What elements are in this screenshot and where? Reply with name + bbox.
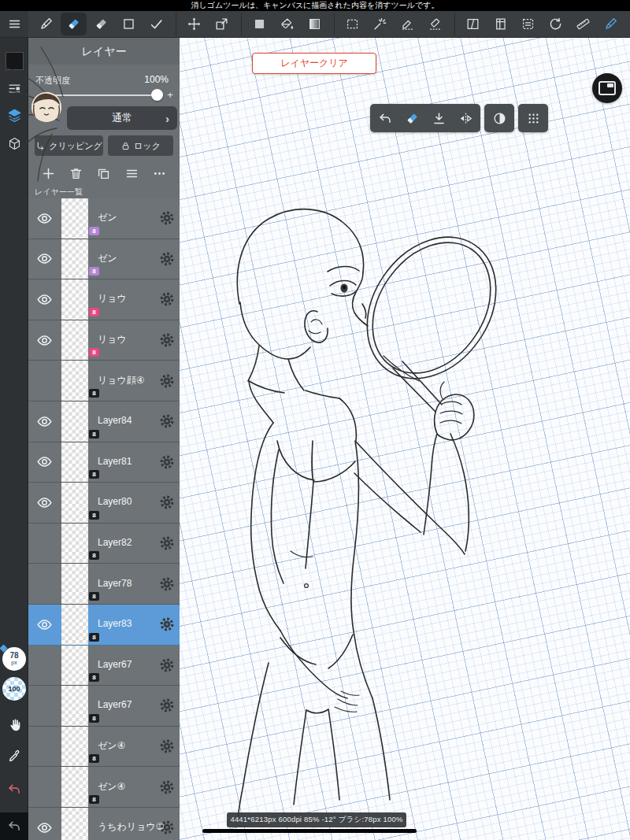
blend-mode-button[interactable]: 通常 ›	[67, 106, 177, 130]
layer-visibility-toggle[interactable]	[35, 209, 54, 228]
layer-settings-gear[interactable]	[158, 494, 176, 511]
layer-thumbnail[interactable]	[61, 808, 88, 840]
bucket-tool-button[interactable]	[274, 13, 300, 35]
layer-thumbnail[interactable]	[61, 320, 88, 361]
rotate-view-button[interactable]	[543, 13, 569, 35]
layer-clear-button[interactable]: レイヤークリア	[252, 53, 376, 74]
layer-settings-gear[interactable]	[158, 575, 176, 593]
layer-settings-gear[interactable]	[158, 453, 176, 471]
layer-thumbnail[interactable]	[61, 564, 88, 604]
magic-wand-tool-button[interactable]	[367, 13, 393, 35]
layer-row[interactable]: 8 ゼン	[28, 198, 180, 239]
layer-row[interactable]: 8 Layer67	[28, 686, 180, 727]
layer-visibility-toggle[interactable]	[35, 290, 54, 309]
layer-more-button[interactable]	[149, 163, 169, 183]
layer-row[interactable]: 8 リョウ	[28, 320, 180, 361]
layer-settings-gear[interactable]	[158, 657, 176, 674]
float-grid-button[interactable]	[520, 105, 547, 131]
layer-row[interactable]: 8 リョウ	[28, 279, 180, 320]
opacity-plus-button[interactable]: +	[165, 90, 175, 101]
layer-row[interactable]: 8 ゼン④	[28, 767, 180, 808]
layer-thumbnail[interactable]	[61, 361, 88, 401]
opacity-slider-knob[interactable]	[151, 89, 163, 101]
layer-settings-gear[interactable]	[158, 616, 176, 633]
layer-row[interactable]: うちわリョウ③	[28, 808, 180, 840]
menu-button[interactable]	[0, 11, 28, 37]
duplicate-layer-button[interactable]	[94, 163, 114, 183]
float-invert-button[interactable]	[486, 105, 513, 131]
layer-visibility-toggle[interactable]	[35, 453, 54, 472]
layer-visibility-toggle[interactable]	[35, 250, 54, 268]
float-save-button[interactable]	[425, 105, 452, 131]
layer-visibility-toggle[interactable]	[35, 331, 54, 350]
shape-tool-button[interactable]	[116, 13, 142, 35]
canvas[interactable]: レイヤークリア 4441*6213px 600dpi 85% -12° ブラシ:…	[180, 38, 630, 840]
material-cube-icon[interactable]	[5, 134, 24, 153]
material-brush-button[interactable]	[598, 13, 624, 35]
select-options-button[interactable]	[515, 13, 541, 35]
layer-visibility-toggle[interactable]	[35, 412, 54, 431]
brush-tool-button[interactable]	[33, 13, 59, 35]
layer-settings-gear[interactable]	[158, 535, 176, 552]
fill-rect-tool-button[interactable]	[246, 13, 272, 35]
float-eraser-button[interactable]	[398, 105, 425, 131]
pages-tool-button[interactable]	[487, 13, 513, 35]
layer-thumbnail[interactable]	[61, 401, 88, 442]
layer-visibility-toggle[interactable]	[35, 615, 54, 634]
panel-toggle-button[interactable]	[592, 73, 622, 103]
home-indicator[interactable]	[202, 829, 417, 833]
delete-layer-button[interactable]	[66, 163, 87, 183]
select-eraser-tool-button[interactable]	[422, 13, 448, 35]
layer-row[interactable]: 8 Layer83	[28, 605, 180, 646]
layers-panel-icon[interactable]	[5, 105, 24, 124]
layer-thumbnail[interactable]	[61, 686, 88, 726]
clipping-button[interactable]: クリッピング	[35, 135, 103, 156]
layer-row[interactable]: 8 Layer78	[28, 564, 180, 605]
gradient-tool-button[interactable]	[302, 13, 328, 35]
layer-row[interactable]: 8 Layer82	[28, 524, 180, 564]
polyline-tool-button[interactable]	[143, 13, 169, 35]
layer-thumbnail[interactable]	[61, 483, 88, 523]
layer-thumbnail[interactable]	[61, 727, 88, 767]
layer-row[interactable]: 8 Layer84	[28, 401, 180, 442]
float-flip-horizontal-button[interactable]	[452, 105, 479, 131]
eyedropper-tool-icon[interactable]	[5, 746, 24, 765]
layer-row[interactable]: 8 Layer80	[28, 483, 180, 524]
move-tool-button[interactable]	[181, 13, 207, 35]
undo-button[interactable]	[0, 812, 28, 840]
layer-settings-gear[interactable]	[158, 250, 176, 268]
layer-visibility-toggle[interactable]	[35, 493, 54, 512]
select-rect-tool-button[interactable]	[339, 13, 365, 35]
layer-thumbnail[interactable]	[61, 767, 88, 807]
layer-thumbnail[interactable]	[61, 198, 88, 239]
hand-tool-icon[interactable]	[5, 715, 24, 734]
layer-row[interactable]: 8 リョウ顔④	[28, 361, 180, 401]
brush-opacity-badge[interactable]: 100	[2, 677, 26, 701]
add-layer-button[interactable]	[39, 163, 59, 183]
layer-row[interactable]: 8 Layer67	[28, 646, 180, 686]
lock-button[interactable]: ロック	[108, 135, 173, 156]
layer-thumbnail[interactable]	[61, 239, 88, 279]
layer-settings-gear[interactable]	[158, 290, 176, 308]
layer-settings-gear[interactable]	[158, 697, 176, 714]
layer-settings-gear[interactable]	[158, 372, 176, 390]
layer-row[interactable]: 8 ゼン④	[28, 727, 180, 768]
layer-thumbnail[interactable]	[61, 442, 88, 483]
layer-settings-gear[interactable]	[158, 413, 176, 430]
layer-thumbnail[interactable]	[61, 524, 88, 564]
layer-thumbnail[interactable]	[61, 279, 88, 320]
transform-tool-button[interactable]	[209, 13, 235, 35]
brush-size-badge[interactable]: 78 px	[2, 647, 26, 671]
foreground-color-swatch[interactable]	[6, 52, 24, 70]
brush-list-icon[interactable]	[5, 79, 24, 98]
select-pen-tool-button[interactable]	[395, 13, 421, 35]
layer-row[interactable]: 8 Layer81	[28, 442, 180, 483]
layer-settings-gear[interactable]	[158, 331, 176, 349]
layer-thumbnail[interactable]	[61, 646, 88, 686]
layer-thumbnail[interactable]	[61, 605, 88, 645]
layer-settings-gear[interactable]	[158, 819, 176, 836]
divide-frame-tool-button[interactable]	[460, 13, 486, 35]
layer-row[interactable]: 8 ゼン	[28, 239, 180, 280]
ruler-tool-button[interactable]	[570, 13, 596, 35]
eraser-tool-button[interactable]	[61, 13, 87, 35]
